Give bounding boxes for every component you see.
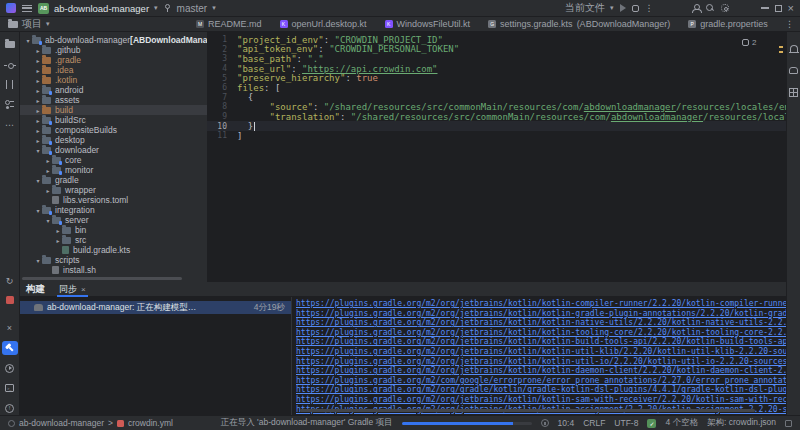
tree-chevron-icon[interactable]: ▸ <box>34 97 42 104</box>
build-tab-sync[interactable]: 同步 × <box>57 282 88 297</box>
minimize-button[interactable] <box>761 7 769 9</box>
tree-chevron-icon[interactable]: ▸ <box>54 237 62 244</box>
editor-tab[interactable]: Pgradle.properties <box>679 17 774 31</box>
tree-chevron-icon[interactable]: ▸ <box>54 227 62 234</box>
tree-chevron-icon[interactable]: ▸ <box>34 57 42 64</box>
tree-item-install-sh[interactable]: install.sh <box>20 265 207 275</box>
tree-item--gradle[interactable]: ▸.gradle <box>20 55 207 65</box>
code-line-4[interactable]: 4"base_url": "https://api.crowdin.com" <box>207 64 786 74</box>
tree-item-ab-download-manager[interactable]: ▾ab-download-manager [ABDownloadManager]… <box>20 35 207 45</box>
tree-chevron-icon[interactable]: ▸ <box>44 167 52 174</box>
editor-tab[interactable]: Gsettings.gradle.kts (ABDownloadManager) <box>479 17 679 31</box>
indent-widget[interactable]: 4 个空格 <box>665 417 698 429</box>
code-line-10[interactable]: 10 } <box>207 121 786 131</box>
tree-chevron-icon[interactable]: ▸ <box>34 127 42 134</box>
commit-icon[interactable] <box>2 58 18 72</box>
cancel-progress-icon[interactable] <box>541 419 549 427</box>
rerun-build-icon[interactable]: ↻ <box>2 274 18 288</box>
tree-item-build[interactable]: ▸build <box>20 105 207 115</box>
debug-button[interactable] <box>632 5 639 12</box>
tree-item-bin[interactable]: ▸bin <box>20 225 207 235</box>
code-line-6[interactable]: 6files: [ <box>207 83 786 93</box>
tree-chevron-icon[interactable]: ▸ <box>34 117 42 124</box>
tree-item-downloader[interactable]: ▾downloader <box>20 145 207 155</box>
readonly-toggle-icon[interactable] <box>785 420 792 427</box>
artifact-download-link[interactable]: https://plugins.gradle.org/m2/org/jetbra… <box>296 395 786 404</box>
tree-item-compositebuilds[interactable]: ▸compositeBuilds <box>20 125 207 135</box>
artifact-download-link[interactable]: https://plugins.gradle.org/m2/org/jetbra… <box>296 318 786 327</box>
warning-stripe-mark[interactable] <box>779 51 783 53</box>
tree-item-libs-versions-toml[interactable]: libs.versions.toml <box>20 195 207 205</box>
tree-item-scripts[interactable]: ▾scripts <box>20 255 207 265</box>
inspections-widget[interactable]: 2 <box>742 38 756 47</box>
artifact-download-link[interactable]: https://plugins.gradle.org/m2/org/gradle… <box>296 385 786 394</box>
code-with-me-icon[interactable] <box>692 4 700 12</box>
tree-item-build-gradle-kts[interactable]: build.gradle.kts <box>20 245 207 255</box>
tree-item-integration[interactable]: ▾integration <box>20 205 207 215</box>
stop-build-icon[interactable] <box>2 294 18 308</box>
project-folder-icon[interactable] <box>2 38 18 52</box>
build-log-hscrollbar[interactable] <box>300 409 755 412</box>
restore-button[interactable] <box>775 5 782 12</box>
tree-chevron-icon[interactable]: ▾ <box>34 207 42 214</box>
code-line-11[interactable]: 11] <box>207 131 786 141</box>
gradle-icon[interactable] <box>788 64 800 76</box>
tree-item-gradle[interactable]: ▾gradle <box>20 175 207 185</box>
project-tree-hscrollbar[interactable] <box>22 277 182 280</box>
tree-chevron-icon[interactable]: ▸ <box>34 87 42 94</box>
main-menu-icon[interactable] <box>22 5 32 12</box>
tree-chevron-icon[interactable]: ▸ <box>34 137 42 144</box>
tree-chevron-icon[interactable]: ▸ <box>34 47 42 54</box>
artifact-download-link[interactable]: https://plugins.gradle.org/m2/org/jetbra… <box>296 309 786 318</box>
build-output-console[interactable]: https://plugins.gradle.org/m2/org/jetbra… <box>292 297 786 415</box>
tree-chevron-icon[interactable]: ▾ <box>24 37 32 44</box>
more-tools-icon[interactable]: ⋯ <box>2 118 18 132</box>
problems-icon[interactable]: ! <box>2 401 18 415</box>
tools-icon[interactable]: × <box>2 321 18 335</box>
dependencies-icon[interactable] <box>788 86 800 98</box>
tree-chevron-icon[interactable]: ▾ <box>34 177 42 184</box>
editor-tab[interactable]: MREADME.md <box>187 17 271 31</box>
pull-requests-icon[interactable] <box>2 78 18 92</box>
project-widget[interactable]: AB ab-download-manager ▾ <box>38 3 158 14</box>
tab-options-icon[interactable]: ⋮ <box>785 19 794 29</box>
artifact-download-link[interactable]: https://plugins.gradle.org/m2/com/google… <box>296 376 786 385</box>
encoding-widget[interactable]: UTF-8 <box>614 418 638 428</box>
tree-item-assets[interactable]: ▸assets <box>20 95 207 105</box>
artifact-download-link[interactable]: https://plugins.gradle.org/m2/org/jetbra… <box>296 357 786 366</box>
code-line-5[interactable]: 5"preserve_hierarchy": true <box>207 73 786 83</box>
project-panel-header[interactable]: 项目 ▾ <box>0 17 187 31</box>
editor-tab[interactable]: KWindowsFileUtil.kt <box>376 17 480 31</box>
code-line-3[interactable]: 3"base_path": "." <box>207 54 786 64</box>
settings-gear-icon[interactable] <box>721 4 729 12</box>
vcs-branch-widget[interactable]: master ▾ <box>164 3 216 14</box>
no-problems-icon[interactable]: ✓ <box>647 419 656 428</box>
close-button[interactable]: × <box>788 3 794 14</box>
editor-tab[interactable]: KopenUrl.desktop.kt <box>271 17 376 31</box>
breadcrumb-project[interactable]: ab-download-manager <box>19 418 104 428</box>
artifact-download-link[interactable]: https://plugins.gradle.org/m2/org/jetbra… <box>296 366 786 375</box>
tree-item--idea[interactable]: ▸.idea <box>20 65 207 75</box>
terminal-icon[interactable]: >_ <box>2 381 18 395</box>
code-line-1[interactable]: 1"project_id_env": "CROWDIN_PROJECT_ID" <box>207 35 786 45</box>
structure-icon[interactable] <box>2 98 18 112</box>
build-tool-window-icon[interactable] <box>2 341 18 355</box>
tree-chevron-icon[interactable]: ▸ <box>44 187 52 194</box>
warning-stripe-mark[interactable] <box>779 46 783 48</box>
tree-item--kotlin[interactable]: ▸.kotlin <box>20 75 207 85</box>
breadcrumb-file[interactable]: crowdin.yml <box>128 418 173 428</box>
code-line-7[interactable]: 7 { <box>207 93 786 103</box>
notifications-bell-icon[interactable] <box>788 42 800 54</box>
tree-chevron-icon[interactable]: ▾ <box>34 257 42 264</box>
tree-item-buildsrc[interactable]: ▸buildSrc <box>20 115 207 125</box>
artifact-download-link[interactable]: https://plugins.gradle.org/m2/org/jetbra… <box>296 347 786 356</box>
run-config-selector[interactable]: 当前文件 ▾ <box>565 1 614 15</box>
services-icon[interactable] <box>2 361 18 375</box>
code-line-9[interactable]: 9 "translation": "/shared/resources/src/… <box>207 112 786 122</box>
breadcrumb[interactable]: ab-download-manager > crowdin.yml <box>8 418 173 428</box>
tree-chevron-icon[interactable]: ▸ <box>34 107 42 114</box>
tree-item-monitor[interactable]: ▸monitor <box>20 165 207 175</box>
tree-chevron-icon[interactable]: ▸ <box>34 77 42 84</box>
artifact-download-link[interactable]: https://plugins.gradle.org/m2/org/jetbra… <box>296 328 786 337</box>
code-line-2[interactable]: 2"api_token_env": "CROWDIN_PERSONAL_TOKE… <box>207 45 786 55</box>
